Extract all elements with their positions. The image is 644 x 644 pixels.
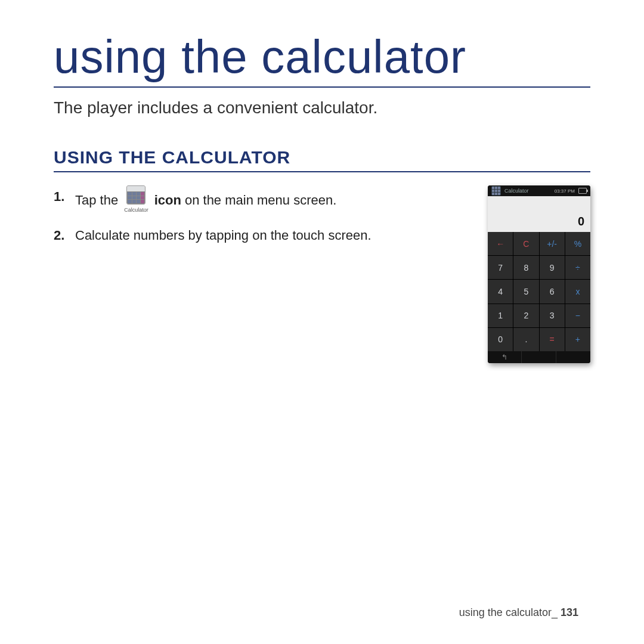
step-number: 2. — [54, 224, 67, 246]
step-text: Tap the — [75, 189, 118, 211]
step-1: 1. Tap the Calculator icon on the main m… — [54, 185, 470, 215]
key-8[interactable]: 8 — [513, 256, 538, 279]
softkey-right[interactable] — [556, 351, 590, 363]
key-equals[interactable]: = — [540, 328, 565, 351]
key-2[interactable]: 2 — [513, 304, 538, 327]
page-footer: using the calculator_ 131 — [459, 606, 578, 619]
softkey-middle[interactable] — [522, 351, 556, 363]
step-number: 1. — [54, 185, 67, 208]
calc-display: 0 — [488, 196, 590, 232]
softkey-back[interactable]: ↰ — [488, 351, 522, 363]
key-4[interactable]: 4 — [488, 280, 513, 303]
calculator-status-icon — [491, 186, 501, 196]
page-title: using the calculator — [54, 30, 590, 88]
calc-display-value: 0 — [578, 215, 584, 228]
step-text: on the main menu screen. — [185, 189, 336, 211]
calculator-phone: Calculator 03:37 PM 0 ← C +/- % 7 8 9 ÷ … — [488, 185, 590, 363]
steps-list: 1. Tap the Calculator icon on the main m… — [54, 185, 470, 256]
step-2: 2. Calculate numbers by tapping on the t… — [54, 224, 470, 246]
calculator-icon-label: Calculator — [124, 206, 148, 215]
calc-keypad: ← C +/- % 7 8 9 ÷ 4 5 6 x 1 2 3 − 0 . = … — [488, 232, 590, 351]
key-1[interactable]: 1 — [488, 304, 513, 327]
key-6[interactable]: 6 — [540, 280, 565, 303]
step-text-bold: icon — [154, 189, 181, 211]
footer-page-number: 131 — [561, 606, 578, 618]
battery-icon — [578, 188, 587, 194]
key-divide[interactable]: ÷ — [565, 256, 590, 279]
key-multiply[interactable]: x — [565, 280, 590, 303]
status-bar: Calculator 03:37 PM — [488, 185, 590, 196]
step-text: Calculate numbers by tapping on the touc… — [75, 224, 371, 246]
key-5[interactable]: 5 — [513, 280, 538, 303]
key-7[interactable]: 7 — [488, 256, 513, 279]
key-dot[interactable]: . — [513, 328, 538, 351]
key-clear[interactable]: C — [513, 232, 538, 255]
soft-key-bar: ↰ — [488, 351, 590, 363]
section-heading: USING THE CALCULATOR — [54, 147, 590, 172]
key-9[interactable]: 9 — [540, 256, 565, 279]
status-time: 03:37 PM — [555, 188, 575, 194]
key-plus[interactable]: + — [565, 328, 590, 351]
calculator-icon: Calculator — [124, 185, 148, 215]
key-minus[interactable]: − — [565, 304, 590, 327]
key-backspace[interactable]: ← — [488, 232, 513, 255]
key-percent[interactable]: % — [565, 232, 590, 255]
key-3[interactable]: 3 — [540, 304, 565, 327]
key-sign[interactable]: +/- — [540, 232, 565, 255]
page-subtitle: The player includes a convenient calcula… — [54, 98, 590, 117]
status-title: Calculator — [504, 188, 529, 194]
key-0[interactable]: 0 — [488, 328, 513, 351]
footer-label: using the calculator_ — [459, 606, 558, 618]
